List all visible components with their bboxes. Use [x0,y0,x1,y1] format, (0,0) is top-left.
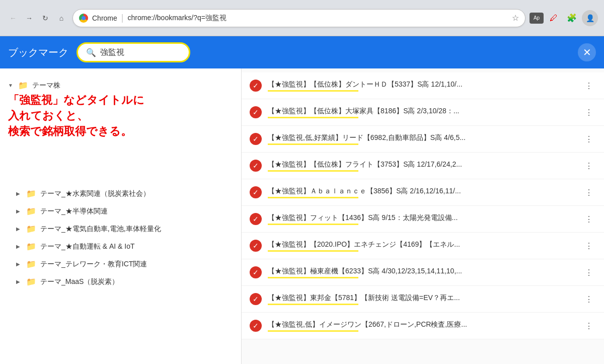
favicon-icon: ✓ [250,160,262,172]
expand-arrow-icon: ▶ [16,279,22,284]
result-menu-button[interactable]: ⋮ [582,319,596,333]
highlight-underline [268,90,358,92]
result-item[interactable]: ✓ 【★強監視】【低位株】ダントーＨＤ【5337】S高 12/1,10/... … [242,72,604,99]
result-item[interactable]: ✓ 【★強監視,低,好業績】リード【6982,自動車部品】S高 4/6,5...… [242,126,604,153]
highlight-underline [268,143,358,145]
highlight-underline [268,170,358,172]
chrome-icon [79,14,88,23]
result-text: 【★強監視】フィット【1436】S高 9/15：太陽光発電設備... [268,213,576,225]
back-button[interactable]: ← [6,11,20,25]
favicon-icon: ✓ [250,80,262,92]
result-menu-button[interactable]: ⋮ [582,292,596,306]
favicon-icon: ✓ [250,186,262,198]
bookmark-results: ✓ 【★強監視】【低位株】ダントーＨＤ【5337】S高 12/1,10/... … [242,68,604,364]
result-menu-button[interactable]: ⋮ [582,212,596,226]
sidebar-item-semiconductor[interactable]: ▶ 📁 テーマ_★半導体関連 [0,202,241,220]
result-title: 【★強監視】【2020.IPO】エネチェンジ【4169】【エネル... [268,240,576,249]
toolbar-icons: Ap 🖊 🧩 👤 [530,10,598,26]
folder-icon: 📁 [26,206,36,216]
result-menu-button[interactable]: ⋮ [582,132,596,146]
result-item[interactable]: ✓ 【★強監視,低】イメージワン【2667,ドローン,PCR検査,医療... ⋮ [242,313,604,339]
address-divider: | [121,13,124,23]
extension-button[interactable]: 🖊 [546,10,562,26]
favicon-icon: ✓ [250,320,262,332]
result-item[interactable]: ✓ 【★強監視】【低位株】フライト【3753】S高 12/17,6/24,2..… [242,153,604,179]
sidebar-item-ev[interactable]: ▶ 📁 テーマ_★電気自動車,電池,車体軽量化 [0,220,241,238]
result-item[interactable]: ✓ 【★強監視】極東産機【6233】S高 4/30,12/23,15,14,11… [242,259,604,286]
highlight-underline [268,224,358,225]
search-box: 🔍 [77,42,190,62]
result-title: 【★強監視,低】イメージワン【2667,ドローン,PCR検査,医療... [268,320,576,329]
result-item[interactable]: ✓ 【★強監視】Ａｂａｌａｎｃｅ【3856】S高 2/16,12/16,11/.… [242,179,604,206]
highlight-underline [268,197,358,198]
close-search-button[interactable]: ✕ [578,43,596,61]
result-item[interactable]: ✓ 【★強監視】東邦金【5781】【新技術 送電設備=EV？再エ... ⋮ [242,286,604,313]
favicon-icon: ✓ [250,240,262,252]
result-menu-button[interactable]: ⋮ [582,79,596,93]
extensions-button[interactable]: 🧩 [564,10,580,26]
highlight-underline [268,250,358,252]
expand-arrow-icon: ▶ [16,191,22,196]
folder-icon: 📁 [26,242,36,251]
address-bar[interactable]: Chrome | chrome://bookmarks/?q=強監視 ☆ [72,9,525,27]
reading-mode-button[interactable]: Ap [530,13,544,24]
sidebar-item-label: テーマ_テレワーク・教育ICT関連 [40,260,147,269]
sidebar-item-autonomous[interactable]: ▶ 📁 テーマ_★自動運転 & AI & IoT [0,238,241,255]
reload-button[interactable]: ↻ [38,11,52,25]
favicon-icon: ✓ [250,293,262,305]
sidebar-item-label: テーマ_★自動運転 & AI & IoT [40,242,134,251]
favicon-icon: ✓ [250,266,262,278]
bookmark-manager: ブックマーク 🔍 ↑ ✕ 「強監視」などタイトルに 入れておくと、 検索で銘柄取… [0,36,604,364]
result-item[interactable]: ✓ 【★強監視】【低位株】大塚家具【8186】S高 2/3,10/28：... … [242,99,604,126]
result-menu-button[interactable]: ⋮ [582,159,596,173]
expand-arrow-icon: ▼ [8,83,14,88]
search-container: 🔍 [77,42,190,62]
result-title: 【★強監視】フィット【1436】S高 9/15：太陽光発電設備... [268,213,576,223]
result-text: 【★強監視】極東産機【6233】S高 4/30,12/23,15,14,11,1… [268,267,576,278]
result-menu-button[interactable]: ⋮ [582,105,596,119]
result-title: 【★強監視,低,好業績】リード【6982,自動車部品】S高 4/6,5... [268,133,576,142]
result-text: 【★強監視,低】イメージワン【2667,ドローン,PCR検査,医療... [268,320,576,332]
annotation-text: 「強監視」などタイトルに 入れておくと、 検索で銘柄取得できる。 [4,89,148,143]
result-menu-button[interactable]: ⋮ [582,185,596,199]
sidebar-item-maas[interactable]: ▶ 📁 テーマ_MaaS（脱炭素） [0,273,241,290]
result-text: 【★強監視】【低位株】大塚家具【8186】S高 2/3,10/28：... [268,107,576,118]
result-text: 【★強監視】東邦金【5781】【新技術 送電設備=EV？再エ... [268,294,576,305]
result-text: 【★強監視】Ａｂａｌａｎｃｅ【3856】S高 2/16,12/16,11/... [268,187,576,198]
result-title: 【★強監視】【低位株】大塚家具【8186】S高 2/3,10/28：... [268,107,576,116]
result-title: 【★強監視】【低位株】ダントーＨＤ【5337】S高 12/1,10/... [268,80,576,89]
home-button[interactable]: ⌂ [54,11,68,25]
expand-arrow-icon: ▶ [16,208,22,214]
bookmark-content: 「強監視」などタイトルに 入れておくと、 検索で銘柄取得できる。 ▼ 📁 テーマ… [0,68,604,364]
favicon-icon: ✓ [250,106,262,118]
result-title: 【★強監視】東邦金【5781】【新技術 送電設備=EV？再エ... [268,294,576,303]
result-item[interactable]: ✓ 【★強監視】【2020.IPO】エネチェンジ【4169】【エネル... ⋮ [242,233,604,259]
result-item[interactable]: ✓ 【★強監視】フィット【1436】S高 9/15：太陽光発電設備... ⋮ [242,206,604,233]
folder-icon: 📁 [26,189,36,198]
result-menu-button[interactable]: ⋮ [582,265,596,279]
search-input[interactable] [100,48,181,57]
sidebar-item-label: テーマ_★電気自動車,電池,車体軽量化 [40,225,161,234]
search-icon: 🔍 [86,48,96,57]
highlight-underline [268,277,358,278]
result-menu-button[interactable]: ⋮ [582,239,596,253]
sidebar-item-hydrogen[interactable]: ▶ 📁 テーマ_★水素関連（脱炭素社会） [0,185,241,202]
address-url: chrome://bookmarks/?q=強監視 [127,14,508,23]
sidebar-item-label: テーマ_MaaS（脱炭素） [40,277,119,286]
result-text: 【★強監視】【低位株】フライト【3753】S高 12/17,6/24,2... [268,160,576,172]
bookmark-header: ブックマーク 🔍 ↑ ✕ [0,36,604,68]
forward-button[interactable]: → [22,11,36,25]
expand-arrow-icon: ▶ [16,226,22,232]
star-icon[interactable]: ☆ [512,13,519,23]
favicon-icon: ✓ [250,133,262,145]
browser-chrome: ← → ↻ ⌂ Chrome | chrome://bookmarks/?q=強… [0,0,604,36]
highlight-underline [268,330,358,332]
sidebar-item-label: テーマ_★半導体関連 [40,207,108,216]
highlight-underline [268,117,358,118]
result-text: 【★強監視,低,好業績】リード【6982,自動車部品】S高 4/6,5... [268,133,576,145]
profile-button[interactable]: 👤 [582,10,598,26]
brand-name: Chrome [92,14,117,22]
result-text: 【★強監視】【低位株】ダントーＨＤ【5337】S高 12/1,10/... [268,80,576,92]
highlight-underline [268,304,358,305]
sidebar-item-telework[interactable]: ▶ 📁 テーマ_テレワーク・教育ICT関連 [0,255,241,273]
